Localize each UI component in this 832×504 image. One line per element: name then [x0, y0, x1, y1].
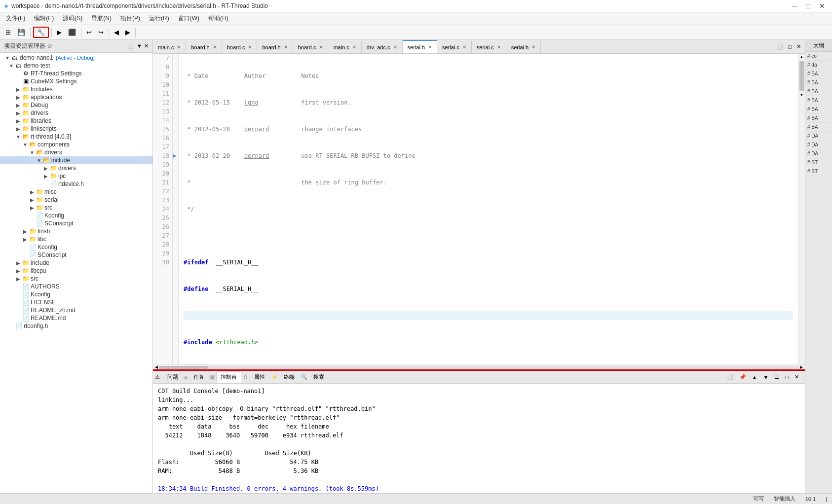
hscroll-thumb[interactable] — [159, 366, 208, 369]
tab-close-btn[interactable]: ✕ — [319, 44, 323, 50]
tree-item-license[interactable]: 📄 LICENSE — [0, 298, 152, 306]
tree-item-src-drivers[interactable]: ▶ 📁 src — [0, 204, 152, 212]
outline-item-da3[interactable]: # DA — [805, 141, 832, 149]
minimize-button[interactable]: ─ — [790, 2, 800, 10]
tree-item-libraries[interactable]: ▶ 📁 libraries — [0, 117, 152, 125]
outline-item-da4[interactable]: # DA — [805, 149, 832, 158]
outline-item-ba3[interactable]: # BA — [805, 87, 832, 96]
tree-item-libc[interactable]: ▶ 📁 libc — [0, 235, 152, 243]
tree-item-drivers-comp[interactable]: ▼ 📂 drivers — [0, 148, 152, 156]
tree-item-authors[interactable]: 📄 AUTHORS — [0, 283, 152, 290]
panel-close-button[interactable]: ✕ — [144, 43, 149, 49]
outline-item-ba5[interactable]: # BA — [805, 105, 832, 114]
menu-help[interactable]: 帮助(H) — [204, 13, 232, 24]
menu-file[interactable]: 文件(F) — [2, 13, 29, 24]
tree-item-rtthread[interactable]: ▼ 📂 rt-thread [4.0.3] — [0, 133, 152, 141]
tab-bar-close-btn[interactable]: ✕ — [794, 42, 803, 51]
outline-item-co[interactable]: # co — [805, 52, 832, 61]
tab-close-btn[interactable]: ✕ — [531, 44, 535, 50]
close-button[interactable]: ✕ — [816, 2, 828, 10]
tree-item-drivers-top[interactable]: ▶ 📁 drivers — [0, 109, 152, 117]
bottom-tab-terminal[interactable]: 终端 — [279, 371, 299, 383]
bottom-tab-problems[interactable]: 问题 — [163, 371, 183, 383]
tree-item-readme[interactable]: 📄 README.md — [0, 314, 152, 322]
tab-close-btn[interactable]: ✕ — [213, 44, 217, 50]
toolbar-save[interactable]: 💾 — [15, 27, 28, 37]
editor-hscrollbar[interactable]: ◀ ▶ — [153, 364, 805, 369]
toolbar-new[interactable]: ⊞ — [3, 27, 13, 37]
bottom-tab-console[interactable]: 控制台 — [216, 371, 241, 383]
console-pin-btn[interactable]: 📌 — [737, 373, 748, 381]
tree-item-applications[interactable]: ▶ 📁 applications — [0, 93, 152, 101]
toolbar-debug[interactable]: ▶ — [54, 27, 64, 37]
tab-bar-max-btn[interactable]: □ — [786, 43, 794, 51]
toolbar-next[interactable]: ▶ — [123, 27, 133, 37]
panel-collapse-button[interactable]: ⬜ — [128, 43, 135, 49]
toolbar-undo[interactable]: ↩ — [84, 27, 94, 37]
bottom-tab-search[interactable]: 搜索 — [309, 371, 329, 383]
source-code[interactable]: * Date Author Notes * 2012-05-15 lgnq fi… — [179, 54, 798, 364]
hscroll-right-btn[interactable]: ▶ — [800, 365, 803, 369]
toolbar-stop[interactable]: ⬛ — [66, 27, 78, 37]
console-down-btn[interactable]: ▼ — [761, 373, 770, 381]
bottom-tab-tasks[interactable]: 任务 — [189, 371, 209, 383]
outline-item-st2[interactable]: # ST — [805, 167, 832, 176]
tree-item-demo-nano1[interactable]: ▼ 🗂 demo-nano1 [Active - Debug] — [0, 54, 152, 62]
tree-item-ipc[interactable]: ▶ 📁 ipc — [0, 172, 152, 180]
tab-serial-c-2[interactable]: serial.c ✕ — [472, 40, 506, 53]
outline-item-st1[interactable]: # ST — [805, 158, 832, 167]
tree-item-demo-test[interactable]: ▼ 🗂 demo-test — [0, 62, 152, 70]
tree-item-includes[interactable]: ▶ 📁 Includes — [0, 85, 152, 93]
tab-serial-h-1[interactable]: serial.h ✕ — [403, 40, 437, 53]
console-max-btn[interactable]: □ — [783, 373, 791, 381]
menu-run[interactable]: 运行(R) — [145, 13, 173, 24]
console-close-btn[interactable]: ✕ — [793, 373, 801, 381]
tree-item-rtdevice[interactable]: 📄 rtdevice.h — [0, 180, 152, 188]
tab-close-btn[interactable]: ✕ — [497, 44, 501, 50]
menu-edit[interactable]: 编辑(E) — [30, 13, 58, 24]
tab-main-c-1[interactable]: main.c ✕ — [153, 40, 186, 53]
tree-item-include[interactable]: ▼ 📂 include — [0, 156, 152, 164]
tab-close-btn[interactable]: ✕ — [462, 44, 466, 50]
tree-item-drivers-inc[interactable]: ▶ 📁 drivers — [0, 164, 152, 172]
tree-item-finsh[interactable]: ▶ 📁 finsh — [0, 227, 152, 235]
scroll-thumb[interactable] — [799, 61, 804, 91]
toolbar-build[interactable]: 🔧 — [33, 27, 49, 38]
tab-close-btn[interactable]: ✕ — [352, 44, 356, 50]
outline-item-da2[interactable]: # DA — [805, 132, 832, 141]
tab-close-btn[interactable]: ✕ — [284, 44, 288, 50]
toolbar-prev[interactable]: ◀ — [112, 27, 121, 37]
tree-item-kconfig-root[interactable]: 📄 Kconfig — [0, 290, 152, 298]
tree-item-libcpu[interactable]: ▶ 📁 libcpu — [0, 267, 152, 275]
menu-source[interactable]: 源码(S) — [59, 13, 86, 24]
tree-item-sconscript-drivers[interactable]: 📄 SConscript — [0, 219, 152, 227]
outline-item-da[interactable]: # da — [805, 61, 832, 70]
tab-board-c-2[interactable]: board.c ✕ — [293, 40, 329, 53]
scroll-down-btn[interactable]: ▼ — [800, 93, 804, 97]
tab-close-btn[interactable]: ✕ — [177, 44, 181, 50]
editor-vscrollbar[interactable]: ▲ ▼ — [798, 54, 805, 364]
panel-menu-button[interactable]: ▼ — [137, 43, 142, 49]
outline-item-ba4[interactable]: # BA — [805, 96, 832, 105]
tab-drv-adc-c[interactable]: drv_adc.c ✕ — [362, 40, 403, 53]
tree-item-rtthread-settings[interactable]: ⚙ RT-Thread Settings — [0, 70, 152, 77]
tab-close-btn[interactable]: ✕ — [393, 44, 397, 50]
menu-window[interactable]: 窗口(W) — [174, 13, 203, 24]
outline-item-ba7[interactable]: # BA — [805, 123, 832, 132]
tree-item-rtconfig[interactable]: 📄 rtconfig.h — [0, 322, 152, 330]
tree-item-kconfig-drivers[interactable]: 📄 Kconfig — [0, 212, 152, 219]
tree-item-debug[interactable]: ▶ 📁 Debug — [0, 101, 152, 109]
tab-bar-menu-btn[interactable]: ⬜ — [774, 42, 785, 51]
console-menu-btn[interactable]: ☰ — [772, 373, 781, 381]
menu-project[interactable]: 项目(P) — [116, 13, 144, 24]
outline-item-ba2[interactable]: # BA — [805, 78, 832, 87]
tab-board-c-1[interactable]: board.c ✕ — [222, 40, 258, 53]
tab-close-btn[interactable]: ✕ — [428, 44, 432, 50]
tab-board-h-1[interactable]: board.h ✕ — [186, 40, 222, 53]
tree-item-sconscript-rt[interactable]: 📄 SConscript — [0, 251, 152, 259]
tree-item-misc[interactable]: ▶ 📁 misc — [0, 188, 152, 196]
tab-serial-h-2[interactable]: serial.h ✕ — [506, 40, 541, 53]
tab-serial-c-1[interactable]: serial.c ✕ — [437, 40, 472, 53]
tree-item-include-rt[interactable]: ▶ 📁 include — [0, 259, 152, 267]
tree-item-cubemx-settings[interactable]: ▣ CubeMX Settings — [0, 77, 152, 85]
